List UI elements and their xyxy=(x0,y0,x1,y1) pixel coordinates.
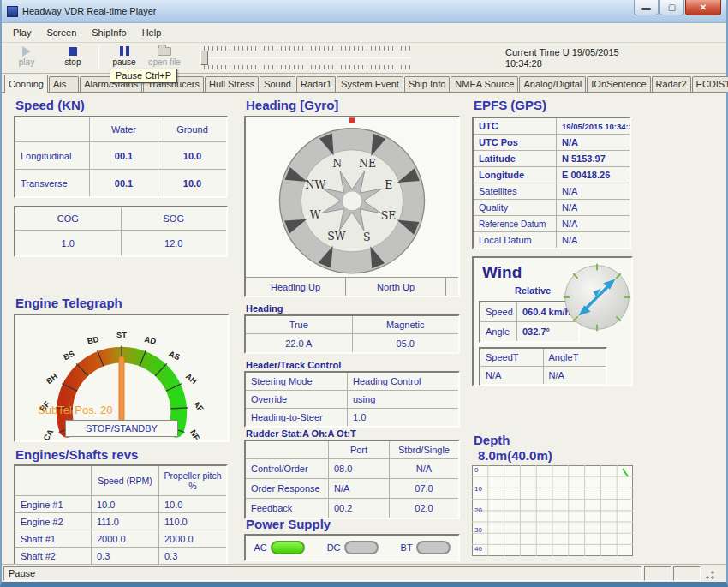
track-control-table: Steering Mode Heading Control Override u… xyxy=(244,371,460,428)
slider-thumb[interactable] xyxy=(200,51,208,65)
resize-grip[interactable] xyxy=(702,566,716,581)
tab-conning[interactable]: Conning xyxy=(4,75,48,93)
pause-button[interactable]: pause xyxy=(103,45,146,67)
heading-col-magnetic: Magnetic xyxy=(353,316,459,333)
tab-ecdis1[interactable]: ECDIS1 xyxy=(692,76,728,92)
engines-row-label: Engine #2 xyxy=(15,513,91,530)
telegraph-panel: CA BF BH BS BD ST AD AS AH AF NF SubTel … xyxy=(14,314,230,442)
gyro-title: Heading [Gyro] xyxy=(246,98,338,112)
engines-row-label: Shaft #2 xyxy=(15,548,91,564)
rudder-value: 02.0 xyxy=(390,499,458,518)
slider-ticks-bottom xyxy=(204,65,411,69)
sog-value: 12.0 xyxy=(122,231,227,255)
menu-help[interactable]: Help xyxy=(134,25,170,40)
slider-track[interactable] xyxy=(204,57,411,58)
wind-anglet-value: N/A xyxy=(544,367,606,384)
rudder-row-label: Order Response xyxy=(246,479,328,498)
maximize-button[interactable]: ▢ xyxy=(659,0,684,15)
track-row-label: Heading-to-Steer xyxy=(246,409,347,426)
epfs-row-label: UTC xyxy=(474,118,556,134)
telegraph-label: CA xyxy=(42,428,56,440)
tab-analog-digital[interactable]: Analog/Digital xyxy=(519,76,586,92)
track-value: using xyxy=(348,391,458,408)
telegraph-label: ST xyxy=(116,331,127,339)
telegraph-needle xyxy=(119,356,124,430)
power-dc-label: DC xyxy=(327,542,341,553)
epfs-row-label: Satellites xyxy=(474,183,556,199)
north-up-button[interactable]: North Up xyxy=(346,278,446,296)
status-bar: Pause xyxy=(2,564,726,582)
stop-icon xyxy=(69,47,77,56)
engines-value: 10.0 xyxy=(159,496,226,512)
play-icon xyxy=(22,46,31,57)
engines-value: 10.0 xyxy=(92,496,158,512)
gyro-panel: N NE E SE S SW W NW Heading Up North Up xyxy=(244,116,460,297)
heading-up-button[interactable]: Heading Up xyxy=(246,278,346,296)
menu-screen[interactable]: Screen xyxy=(39,25,84,40)
tab-radar2[interactable]: Radar2 xyxy=(652,76,691,92)
tab-radar1[interactable]: Radar1 xyxy=(296,76,336,92)
stop-button[interactable]: stop xyxy=(51,45,94,67)
stop-standby-button[interactable]: STOP/STANDBY xyxy=(65,420,178,437)
rudder-value: 08.0 xyxy=(329,459,389,478)
tab-nmea-source[interactable]: NMEA Source xyxy=(451,76,518,92)
telegraph-label: AH xyxy=(184,372,199,386)
rudder-col-stbrd: Stbrd/Single xyxy=(390,441,458,458)
wind-speedt-header: SpeedT xyxy=(480,349,543,366)
telegraph-label: BD xyxy=(87,335,100,346)
tab-ship-info[interactable]: Ship Info xyxy=(404,76,450,92)
tab-ais[interactable]: Ais xyxy=(49,76,79,92)
speed-row-label: Transverse xyxy=(15,170,89,196)
open-file-button[interactable]: open file xyxy=(143,45,186,67)
epfs-value: E 00418.26 xyxy=(557,167,630,183)
tab-hull-stress[interactable]: Hull Stress xyxy=(205,76,259,92)
tab-system-event[interactable]: System Event xyxy=(337,76,403,92)
depth-chart: 0 10 20 30 40 xyxy=(472,465,633,556)
pause-icon xyxy=(120,46,129,56)
depth-title: Depth xyxy=(474,433,510,447)
status-segment xyxy=(644,566,671,581)
telegraph-title: Engine Telegraph xyxy=(15,296,122,310)
track-control-title: Header/Track Control xyxy=(246,360,341,370)
depth-tick: 0 xyxy=(474,466,478,474)
heading-table: True Magnetic 22.0 A 05.0 xyxy=(244,314,460,354)
tab-sound[interactable]: Sound xyxy=(260,76,295,92)
wind-angle-label: Angle xyxy=(480,322,516,341)
speed-col-ground: Ground xyxy=(158,117,226,141)
menu-bar: Play Screen ShipInfo Help xyxy=(2,23,726,43)
sog-header: SOG xyxy=(122,207,227,230)
title-bar: Headway VDR Real-time Player ▬ ▢ ✕ xyxy=(2,0,726,23)
menu-shipinfo[interactable]: ShipInfo xyxy=(84,25,134,40)
status-segment xyxy=(673,566,701,581)
tab-ionsentence[interactable]: IOnSentence xyxy=(587,76,650,92)
speed-value: 00.1 xyxy=(90,142,158,169)
epfs-value: 19/05/2015 10:34:27 xyxy=(557,118,630,134)
engines-value: 0.3 xyxy=(92,548,158,564)
speed-title: Speed (KN) xyxy=(15,98,85,112)
track-row-label: Override xyxy=(246,391,347,408)
compass-point: SE xyxy=(381,209,397,222)
speed-table: Water Ground Longitudinal 00.1 10.0 Tran… xyxy=(14,116,228,198)
conning-page: Speed (KN) Water Ground Longitudinal 00.… xyxy=(2,93,726,565)
epfs-row-label: Quality xyxy=(474,200,556,215)
minimize-button[interactable]: ▬ xyxy=(634,0,659,15)
engines-col-pitch: Propeller pitch % xyxy=(159,466,226,495)
compass-point: W xyxy=(310,208,321,221)
depth-tick: 20 xyxy=(474,506,482,514)
close-button[interactable]: ✕ xyxy=(685,0,721,15)
rudder-title: Rudder Stat:A Oh:A Ot:T xyxy=(246,428,356,439)
engines-value: 2000.0 xyxy=(92,530,158,547)
compass-point: E xyxy=(385,178,392,191)
engines-value: 0.3 xyxy=(159,548,226,564)
epfs-row-label: Latitude xyxy=(474,151,556,166)
power-bt-indicator xyxy=(416,541,451,554)
play-button[interactable]: play xyxy=(5,45,48,67)
playback-slider[interactable] xyxy=(200,46,411,70)
power-title: Power Supply xyxy=(246,517,331,531)
compass-spacer xyxy=(446,278,458,296)
menu-play[interactable]: Play xyxy=(5,25,39,40)
compass-point: S xyxy=(363,231,371,243)
power-dc-indicator xyxy=(344,541,379,554)
engines-row-label: Shaft #1 xyxy=(15,530,91,547)
engines-value: 2000.0 xyxy=(159,530,226,547)
